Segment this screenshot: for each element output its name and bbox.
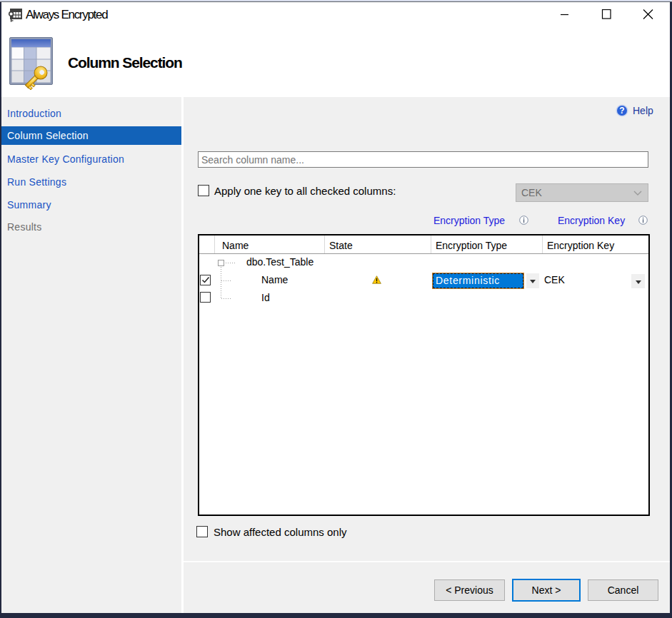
svg-text:?: ?: [619, 106, 624, 116]
